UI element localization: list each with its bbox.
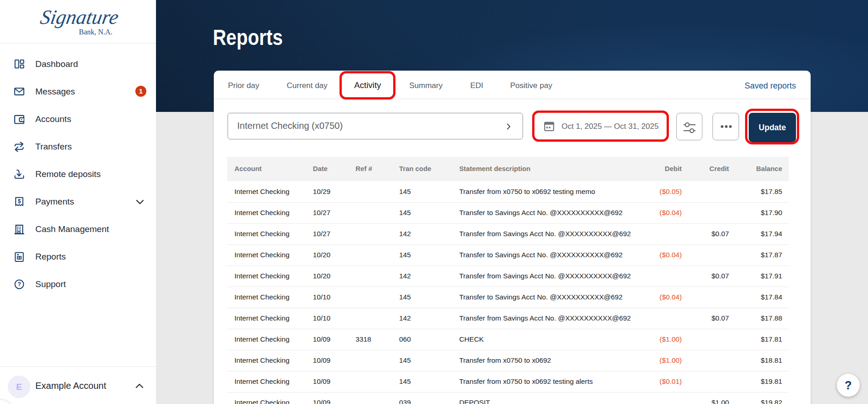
svg-text:?: ? xyxy=(17,281,21,288)
svg-text:$: $ xyxy=(18,198,21,205)
